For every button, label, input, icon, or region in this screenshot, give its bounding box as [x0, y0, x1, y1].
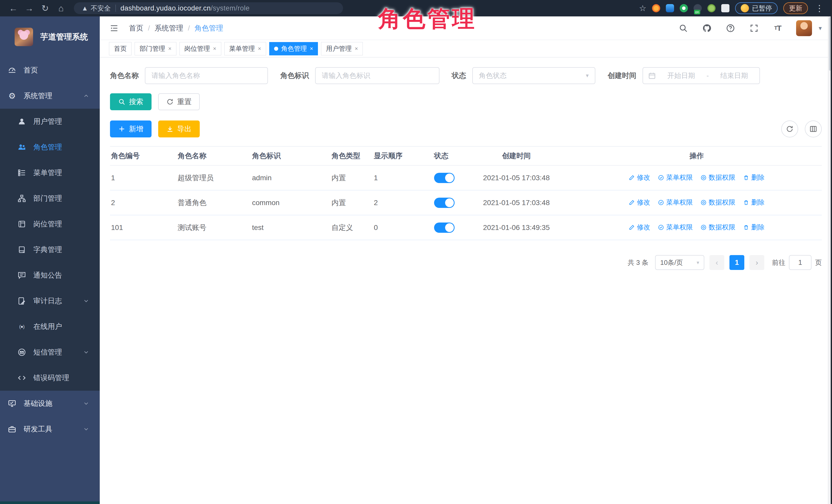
extension-icon-orange[interactable] [652, 4, 660, 12]
table-toolbar [781, 121, 822, 137]
menu-tree-icon [17, 168, 27, 178]
extension-icon-green-check[interactable] [680, 4, 688, 12]
address-bar[interactable]: ▲ 不安全 dashboard.yudao.iocoder.cn/system/… [74, 2, 343, 14]
page-number-button[interactable]: 1 [729, 255, 744, 270]
cell-role-name: 普通角色 [177, 190, 251, 215]
status-label: 状态 [452, 71, 466, 80]
home-icon[interactable]: ⌂ [54, 2, 68, 15]
sidebar-item-sms[interactable]: 短信管理 [0, 339, 100, 365]
tab-home[interactable]: 首页 [109, 42, 132, 55]
menu-permission-link[interactable]: 菜单权限 [658, 173, 693, 182]
profile-paused-button[interactable]: 已暂停 [735, 2, 778, 14]
menu-permission-link[interactable]: 菜单权限 [658, 198, 693, 207]
role-name-input[interactable] [145, 67, 268, 84]
prev-page-button[interactable]: ‹ [709, 255, 724, 270]
table-row: 2 普通角色 common 内置 2 2021-01-05 17:03:48 修… [110, 190, 822, 215]
tab-departments[interactable]: 部门管理 × [135, 42, 176, 55]
goto-page-input[interactable] [789, 255, 811, 270]
data-permission-link[interactable]: 数据权限 [700, 223, 735, 232]
sidebar-item-dictionary[interactable]: 字典管理 [0, 237, 100, 263]
edit-icon [629, 175, 635, 181]
delete-link[interactable]: 删除 [743, 173, 764, 182]
logo-title: 芋道管理系统 [40, 31, 88, 42]
caret-down-icon[interactable]: ▾ [819, 25, 822, 32]
github-icon[interactable] [702, 23, 712, 33]
sidebar-item-home[interactable]: 首页 [0, 57, 100, 83]
reload-icon[interactable]: ↻ [38, 2, 52, 15]
add-button[interactable]: 新增 [110, 121, 152, 137]
tab-posts[interactable]: 岗位管理 × [180, 42, 221, 55]
sidebar-item-audit-log[interactable]: 审计日志 [0, 288, 100, 314]
search-button[interactable]: 搜索 [110, 93, 152, 110]
edit-link[interactable]: 修改 [629, 198, 650, 207]
back-arrow-icon[interactable]: ← [7, 2, 20, 15]
status-toggle[interactable] [434, 173, 454, 183]
sidebar-item-roles[interactable]: 角色管理 [0, 134, 100, 160]
cell-role-type: 内置 [331, 165, 373, 190]
extension-icon-badged[interactable]: on [694, 4, 702, 12]
date-separator: - [707, 72, 709, 80]
sms-icon [17, 347, 27, 357]
help-icon[interactable] [725, 23, 735, 33]
col-role-name: 角色名称 [177, 147, 251, 165]
delete-link[interactable]: 删除 [743, 198, 764, 207]
fullscreen-icon[interactable] [749, 23, 759, 33]
columns-button[interactable] [805, 121, 822, 137]
extension-icon-green[interactable] [707, 4, 716, 12]
avatar[interactable] [796, 20, 812, 36]
cell-sort: 0 [373, 215, 433, 240]
tab-users[interactable]: 用户管理 × [321, 42, 363, 55]
font-size-icon[interactable]: TT [773, 23, 783, 33]
sidebar-item-menus[interactable]: 菜单管理 [0, 160, 100, 186]
reset-button[interactable]: 重置 [158, 93, 200, 110]
breadcrumb-current: 角色管理 [194, 23, 223, 33]
roles-table: 角色编号 角色名称 角色标识 角色类型 显示顺序 状态 创建时间 操作 1 [110, 146, 822, 240]
page-size-select[interactable]: 10条/页 ▾ [655, 255, 704, 270]
menu-permission-link[interactable]: 菜单权限 [658, 223, 693, 232]
breadcrumb-home[interactable]: 首页 [129, 23, 143, 33]
edit-link[interactable]: 修改 [629, 173, 650, 182]
sidebar-item-system[interactable]: ⚙ 系统管理 [0, 83, 100, 109]
sidebar-item-error-codes[interactable]: 错误码管理 [0, 365, 100, 391]
bookmark-star-icon[interactable]: ☆ [639, 3, 646, 13]
roles-icon [17, 142, 27, 152]
hamburger-icon[interactable] [109, 23, 120, 33]
sidebar-item-online-users[interactable]: (●) 在线用户 [0, 314, 100, 339]
extension-icon-white[interactable] [721, 4, 729, 12]
delete-link[interactable]: 删除 [743, 223, 764, 232]
export-button[interactable]: 导出 [158, 121, 200, 137]
close-icon[interactable]: × [168, 46, 172, 52]
sidebar-item-infrastructure[interactable]: 基础设施 [0, 391, 100, 416]
data-permission-link[interactable]: 数据权限 [700, 173, 735, 182]
search-icon[interactable] [678, 23, 688, 33]
forward-arrow-icon[interactable]: → [23, 2, 36, 15]
update-button[interactable]: 更新 [783, 2, 808, 14]
user-icon [17, 117, 27, 126]
cell-role-key: common [251, 190, 331, 215]
goto-page: 前往 页 [772, 255, 822, 270]
status-toggle[interactable] [434, 198, 454, 208]
sidebar-item-posts[interactable]: 岗位管理 [0, 211, 100, 237]
sidebar-item-users[interactable]: 用户管理 [0, 109, 100, 134]
date-range-picker[interactable]: 开始日期 - 结束日期 [643, 67, 760, 84]
close-icon[interactable]: × [213, 46, 216, 52]
close-icon[interactable]: × [310, 46, 313, 52]
sidebar-item-departments[interactable]: 部门管理 [0, 186, 100, 211]
tab-roles[interactable]: 角色管理 × [269, 42, 318, 55]
status-select[interactable]: 角色状态 ▾ [472, 67, 595, 84]
next-page-button[interactable]: › [749, 255, 764, 270]
refresh-button[interactable] [781, 121, 798, 137]
kebab-menu-icon[interactable]: ⋮ [813, 3, 825, 13]
status-toggle[interactable] [434, 222, 454, 233]
role-key-input[interactable] [315, 67, 439, 84]
edit-link[interactable]: 修改 [629, 223, 650, 232]
close-icon[interactable]: × [355, 46, 358, 52]
sidebar-item-notices[interactable]: 通知公告 [0, 263, 100, 288]
close-icon[interactable]: × [258, 46, 261, 52]
tab-menus[interactable]: 菜单管理 × [224, 42, 266, 55]
extension-icon-blue[interactable] [666, 4, 674, 12]
breadcrumb-system[interactable]: 系统管理 [155, 23, 183, 33]
logo[interactable]: 芋道管理系统 [0, 17, 100, 57]
data-permission-link[interactable]: 数据权限 [700, 198, 735, 207]
sidebar-item-devtools[interactable]: 研发工具 [0, 416, 100, 442]
